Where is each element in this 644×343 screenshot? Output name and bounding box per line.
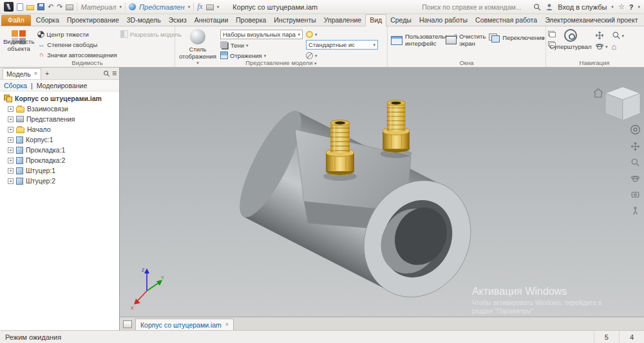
tree-item-origin[interactable]: + Начало bbox=[1, 124, 118, 134]
center-of-gravity-button[interactable]: Центр тяжести bbox=[37, 30, 117, 39]
browser-tab-model[interactable]: Модель × bbox=[3, 68, 41, 79]
browser-search-icon[interactable] bbox=[103, 70, 110, 77]
document-tab-active[interactable]: Корпус со штуцерами.iam × bbox=[135, 319, 234, 330]
appearance-dropdown[interactable]: Представлен bbox=[139, 3, 185, 11]
close-icon[interactable]: × bbox=[225, 322, 229, 328]
user-interface-button[interactable]: Пользовательский интерфейс bbox=[391, 28, 442, 48]
tab-tools[interactable]: Инструменты bbox=[270, 15, 319, 26]
tab-collaborate[interactable]: Совместная работа bbox=[471, 15, 541, 26]
orbit-icon[interactable] bbox=[630, 174, 640, 183]
walk-icon[interactable] bbox=[630, 206, 640, 216]
object-visibility-button[interactable]: Видимость объекта bbox=[3, 28, 34, 53]
redo-icon[interactable]: ↷ bbox=[57, 2, 62, 12]
expander-icon[interactable]: + bbox=[8, 168, 14, 174]
fx-parameters-icon[interactable]: fx bbox=[197, 2, 203, 12]
save-icon[interactable] bbox=[37, 2, 44, 12]
caret-down-icon[interactable]: ▾ bbox=[638, 5, 640, 9]
tree-item-korpus-1[interactable]: + Корпус:1 bbox=[1, 134, 118, 145]
print-icon[interactable] bbox=[66, 2, 73, 12]
lighting-icon bbox=[306, 31, 313, 38]
expander-icon[interactable]: + bbox=[8, 127, 14, 133]
close-icon[interactable]: × bbox=[34, 71, 37, 77]
document-tab-strip: Корпус со штуцерами.iam × bbox=[120, 317, 644, 330]
caret-down-icon: ▾ bbox=[373, 42, 375, 47]
visual-styles-combobox[interactable]: Наборы визуальных пара ▾ bbox=[220, 30, 303, 39]
tree-item-relationships[interactable]: + Взаимосвязи bbox=[1, 104, 118, 114]
expander-icon[interactable]: + bbox=[8, 158, 14, 163]
environment-button[interactable]: ▾ bbox=[306, 51, 378, 60]
degrees-of-freedom-button[interactable]: ↔ Степени свободы bbox=[37, 40, 117, 49]
search-icon[interactable] bbox=[533, 3, 541, 11]
tree-item-shtutser-2[interactable]: + Штуцер:2 bbox=[1, 176, 118, 186]
doc-tabs-menu-icon[interactable] bbox=[123, 320, 132, 328]
caret-down-icon[interactable]: ▾ bbox=[217, 5, 220, 9]
open-icon[interactable] bbox=[26, 2, 34, 12]
tab-3d-model[interactable]: 3D-модель bbox=[123, 15, 165, 26]
tree-item-prokladka-2[interactable]: + Прокладка:2 bbox=[1, 155, 118, 165]
tree-item-prokladka-1[interactable]: + Прокладка:1 bbox=[1, 145, 118, 155]
look-at-icon[interactable] bbox=[630, 190, 640, 199]
browser-menu-icon[interactable]: ≡ bbox=[112, 69, 117, 78]
lighting-button[interactable]: ▾ bbox=[306, 30, 378, 39]
tab-manage[interactable]: Управление bbox=[320, 15, 365, 26]
tree-item-representations[interactable]: + Представления bbox=[1, 114, 118, 124]
home-view-button[interactable]: ⌂ bbox=[612, 42, 625, 51]
expander-icon[interactable]: + bbox=[8, 147, 14, 153]
help-search-input[interactable] bbox=[422, 2, 531, 12]
tab-design[interactable]: Проектирование bbox=[63, 15, 123, 26]
shadows-button[interactable]: Тени ▾ bbox=[220, 41, 303, 50]
brass-fitting-rear[interactable] bbox=[380, 100, 412, 158]
caret-down-icon[interactable]: ▾ bbox=[611, 5, 614, 9]
app-window: ↶ ↷ Материал ▾ Представлен ▾ fx ▾ Корпус… bbox=[0, 0, 644, 343]
caret-down-icon[interactable]: ▾ bbox=[188, 5, 191, 9]
tab-file[interactable]: Файл bbox=[1, 15, 31, 26]
tree-item-shtutser-1[interactable]: + Штуцер:1 bbox=[1, 165, 118, 176]
tab-sketch[interactable]: Эскиз bbox=[165, 15, 191, 26]
home-icon[interactable] bbox=[594, 89, 603, 97]
view-cube[interactable] bbox=[605, 87, 640, 120]
subtab-assembly[interactable]: Сборка bbox=[4, 82, 27, 89]
pan-button[interactable] bbox=[595, 31, 608, 40]
tab-assembly[interactable]: Сборка bbox=[32, 15, 63, 26]
expander-icon[interactable]: + bbox=[8, 137, 14, 143]
3d-viewport[interactable]: Z Y X bbox=[120, 68, 644, 317]
tab-view[interactable]: Вид bbox=[365, 14, 386, 26]
expander-icon[interactable]: + bbox=[8, 178, 14, 184]
new-file-icon[interactable] bbox=[17, 2, 23, 12]
part-icon bbox=[16, 167, 23, 174]
sign-in-button[interactable]: Вход в службы bbox=[558, 3, 607, 11]
clean-screen-button[interactable]: Очистить экран bbox=[446, 28, 486, 48]
folder-icon bbox=[16, 127, 24, 133]
subtab-modeling[interactable]: Моделирование bbox=[37, 82, 88, 89]
measure-icon[interactable] bbox=[206, 2, 214, 12]
full-navigation-wheel-icon[interactable] bbox=[630, 124, 641, 135]
help-search[interactable] bbox=[422, 2, 541, 12]
pan-icon[interactable] bbox=[630, 142, 640, 151]
material-dropdown[interactable]: Материал bbox=[80, 3, 116, 11]
tab-inspect[interactable]: Проверка bbox=[232, 15, 270, 26]
reflections-button[interactable]: Отражения ▾ bbox=[220, 51, 303, 60]
expander-icon[interactable]: + bbox=[8, 106, 14, 112]
orbit-button[interactable]: ▾ bbox=[595, 42, 608, 51]
expander-icon[interactable]: + bbox=[8, 116, 14, 122]
undo-icon[interactable]: ↶ bbox=[48, 2, 53, 12]
steering-wheel-button[interactable]: Суперштурвал bbox=[549, 28, 592, 51]
inventor-logo-icon[interactable] bbox=[4, 2, 14, 12]
3d-scene[interactable]: Z Y X bbox=[120, 68, 644, 317]
switch-windows-button[interactable]: Переключение ▾ bbox=[489, 28, 545, 42]
iconstraint-glyphs-button[interactable]: ∩ Значки автосовмещения bbox=[37, 50, 117, 59]
help-button[interactable]: ? bbox=[629, 3, 634, 11]
tab-environments[interactable]: Среды bbox=[386, 15, 415, 26]
light-style-combobox[interactable]: Стандартные ис ▾ bbox=[306, 40, 378, 50]
caret-down-icon[interactable]: ▾ bbox=[314, 61, 317, 66]
favorites-star-icon[interactable]: ☆ bbox=[618, 3, 625, 11]
add-browser-tab-button[interactable]: + bbox=[43, 70, 51, 77]
tab-electromechanical[interactable]: Электромеханический проект bbox=[541, 15, 641, 26]
zoom-button[interactable]: ▾ bbox=[612, 31, 625, 40]
zoom-icon[interactable] bbox=[630, 158, 640, 167]
tab-annotate[interactable]: Аннотации bbox=[191, 15, 232, 26]
tab-get-started[interactable]: Начало работы bbox=[415, 15, 471, 26]
triad-x-label: X bbox=[131, 306, 134, 310]
tree-item-root[interactable]: Корпус со штуцерами.iam bbox=[1, 93, 118, 104]
caret-down-icon[interactable]: ▾ bbox=[120, 5, 122, 9]
